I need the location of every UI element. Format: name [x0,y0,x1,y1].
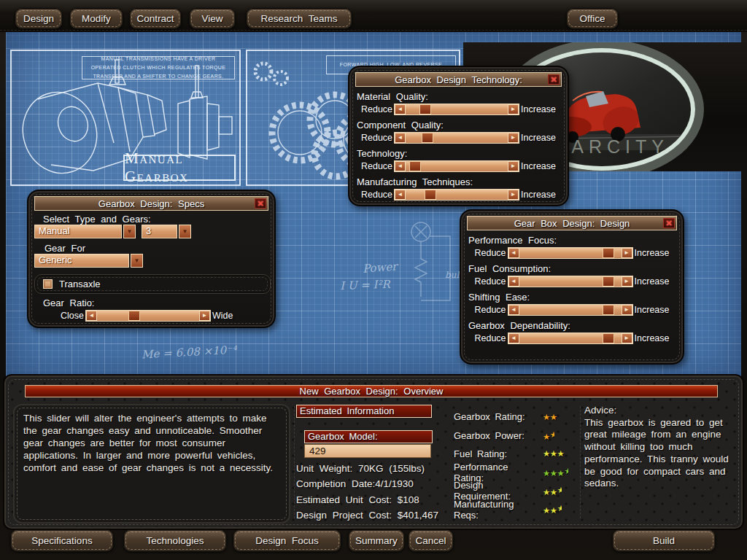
ratings-column: Gearbox Rating: ★★ Gearbox Power: ★★ Fue… [454,408,585,518]
slider-label: Gearbox Dependability: [468,320,683,331]
cancel-button[interactable]: Cancel [408,529,454,552]
slider-reduce-label: Reduce [361,104,392,114]
slider[interactable]: ◄ ► [394,132,519,144]
gear-count-value[interactable]: 3 [142,225,177,238]
close-icon[interactable]: ✕ [255,198,266,209]
slider-decrease-arrow-icon[interactable]: ◄ [508,305,519,315]
gearbox-model-input[interactable] [304,444,431,458]
slider-handle[interactable] [603,276,614,287]
slider[interactable]: ◄ ► [508,332,633,344]
chevron-down-icon[interactable]: ▼ [123,225,136,238]
menu-button-design[interactable]: Design [15,8,63,29]
overview-titlebar: New Gearbox Design: Overview [25,385,718,397]
slider-increase-arrow-icon[interactable]: ► [508,104,519,114]
slider-increase-arrow-icon[interactable]: ► [622,333,632,343]
slider-decrease-arrow-icon[interactable]: ◄ [395,190,406,200]
gear-for-value[interactable]: Generic [34,254,129,268]
slider[interactable]: ◄ ► [394,160,519,172]
slider-group: Gearbox Dependability: Reduce ◄ ► Increa… [461,320,683,344]
slider-increase-arrow-icon[interactable]: ► [199,311,210,321]
slider-handle[interactable] [425,190,436,200]
slider-handle[interactable] [603,333,614,343]
slider-handle[interactable] [409,161,421,171]
menu-button-contract[interactable]: Contract [129,8,182,29]
slider-reduce-label: Reduce [474,333,506,343]
slider-increase-arrow-icon[interactable]: ► [622,305,632,315]
slider-track[interactable] [519,248,622,258]
slider-label: Performance Focus: [468,235,683,246]
slider-row: Reduce ◄ ► Increase [349,132,568,144]
slider-group: Fuel Consumption: Reduce ◄ ► Increase [461,263,683,287]
slider-decrease-arrow-icon[interactable]: ◄ [395,133,406,143]
slider-decrease-arrow-icon[interactable]: ◄ [508,248,519,258]
gearbox-type-value[interactable]: Manual [34,225,122,238]
slider-increase-arrow-icon[interactable]: ► [508,190,519,200]
select-type-label: Select Type and Gears: [43,214,151,225]
gear-ratio-slider[interactable]: ◄ ► [85,310,211,322]
slider-handle[interactable] [128,311,140,321]
close-icon[interactable]: ✕ [663,218,675,228]
slider[interactable]: ◄ ► [508,304,633,316]
chalk-formula: Power [362,260,398,275]
menu-button-office[interactable]: Office [566,8,619,29]
slider-close-label: Close [61,311,84,321]
slider-decrease-arrow-icon[interactable]: ◄ [86,311,97,321]
unit-weight: Unit Weight: 70KG (155lbs) [296,463,441,474]
slider-track[interactable] [406,190,508,200]
gearbox-design-dialog: Gear Box Design: Design ✕ Performance Fo… [460,209,684,365]
close-icon[interactable]: ✕ [548,74,560,85]
slider-track[interactable] [406,161,508,171]
slider-increase-arrow-icon[interactable]: ► [508,161,519,171]
gear-for-dropdown[interactable]: Generic ▼ [34,254,143,268]
summary-button[interactable]: Summary [348,529,405,552]
chevron-down-icon[interactable]: ▼ [131,254,143,268]
gearbox-technology-dialog: Gearbox Design Technology: ✕ Material Qu… [348,66,569,206]
slider-increase-arrow-icon[interactable]: ► [508,133,519,143]
star-rating: ★★★★ [543,466,568,478]
gearbox-type-dropdown[interactable]: Manual ▼ [34,225,136,238]
slider-track[interactable] [406,104,508,114]
chevron-down-icon[interactable]: ▼ [179,225,191,238]
gear-count-dropdown[interactable]: 3 ▼ [142,225,191,238]
slider-handle[interactable] [603,248,614,258]
slider-handle[interactable] [603,305,614,315]
slider[interactable]: ◄ ► [394,189,519,201]
slider-decrease-arrow-icon[interactable]: ◄ [508,333,519,343]
slider-increase-arrow-icon[interactable]: ► [622,248,632,258]
slider-list: Performance Focus: Reduce ◄ ► Increase F… [461,235,683,344]
slider-handle[interactable] [422,133,433,143]
slider-decrease-arrow-icon[interactable]: ◄ [395,104,406,114]
rating-row: Gearbox Power: ★★ [454,426,585,444]
slider-increase-arrow-icon[interactable]: ► [622,276,632,287]
gear-ratio-slider-row: Close ◄ ► Wide [28,310,274,322]
slider[interactable]: ◄ ► [508,247,633,259]
slider-track[interactable] [519,305,622,315]
menu-button-view[interactable]: View [189,8,236,29]
build-button[interactable]: Build [612,529,716,552]
overview-title: New Gearbox Design: Overview [300,386,444,397]
slider-list: Material Quality: Reduce ◄ ► Increase Co… [349,91,568,201]
slider-group: Shifting Ease: Reduce ◄ ► Increase [461,292,683,316]
star-rating: ★★ [543,429,554,442]
specifications-button[interactable]: Specifications [10,529,114,552]
technologies-button[interactable]: Technologies [123,529,227,552]
slider-track[interactable] [519,276,622,287]
menu-button-research-teams[interactable]: Research Teams [246,8,352,29]
design-focus-button[interactable]: Design Focus [233,529,341,552]
slider-row: Reduce ◄ ► Increase [461,247,683,259]
gear-ratio-label: Gear Ratio: [43,298,94,308]
slider-track[interactable] [97,311,199,321]
slider[interactable]: ◄ ► [508,276,633,287]
slider-decrease-arrow-icon[interactable]: ◄ [395,161,406,171]
dialog-title: Gear Box Design: Design [514,218,630,229]
slider-track[interactable] [519,333,622,343]
estimated-unit-cost: Estimated Unit Cost: $108 [296,494,441,505]
slider-increase-label: Increase [521,104,556,114]
slider-decrease-arrow-icon[interactable]: ◄ [508,276,519,287]
menu-button-modify[interactable]: Modify [69,8,123,29]
transaxle-checkbox[interactable] [43,279,53,289]
slider-track[interactable] [406,133,508,143]
slider[interactable]: ◄ ► [394,104,519,115]
advice-title: Advice: [584,405,743,417]
slider-handle[interactable] [419,104,431,114]
